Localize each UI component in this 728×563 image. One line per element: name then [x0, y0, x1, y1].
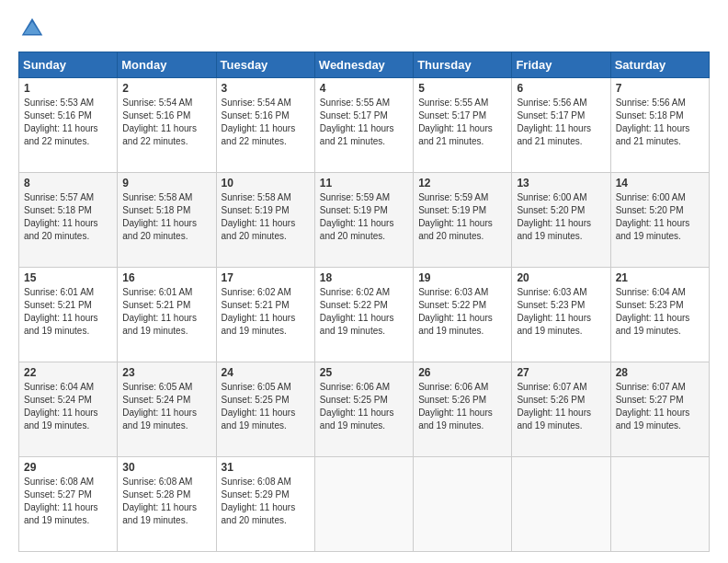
calendar-cell: 28Sunrise: 6:07 AMSunset: 5:27 PMDayligh… [610, 362, 709, 457]
weekday-header-sunday: Sunday [19, 52, 118, 78]
day-number: 1 [24, 82, 112, 95]
day-number: 2 [122, 82, 210, 95]
day-info: Sunrise: 5:58 AMSunset: 5:18 PMDaylight:… [122, 191, 210, 243]
calendar-cell: 31Sunrise: 6:08 AMSunset: 5:29 PMDayligh… [216, 457, 314, 552]
day-number: 30 [122, 461, 210, 474]
day-info: Sunrise: 5:56 AMSunset: 5:17 PMDaylight:… [517, 97, 605, 148]
day-info: Sunrise: 5:56 AMSunset: 5:18 PMDaylight:… [616, 97, 704, 148]
weekday-header-tuesday: Tuesday [216, 52, 314, 78]
day-number: 18 [320, 271, 408, 284]
calendar-week-2: 8Sunrise: 5:57 AMSunset: 5:18 PMDaylight… [19, 173, 710, 268]
day-number: 11 [320, 177, 408, 190]
calendar-cell: 23Sunrise: 6:05 AMSunset: 5:24 PMDayligh… [118, 362, 216, 457]
calendar-cell: 3Sunrise: 5:54 AMSunset: 5:16 PMDaylight… [216, 78, 314, 173]
calendar-cell: 14Sunrise: 6:00 AMSunset: 5:20 PMDayligh… [610, 173, 709, 268]
calendar-cell: 9Sunrise: 5:58 AMSunset: 5:18 PMDaylight… [118, 173, 216, 268]
day-number: 17 [222, 271, 310, 284]
calendar-cell: 16Sunrise: 6:01 AMSunset: 5:21 PMDayligh… [118, 268, 216, 362]
day-info: Sunrise: 6:01 AMSunset: 5:21 PMDaylight:… [24, 286, 112, 338]
day-info: Sunrise: 5:54 AMSunset: 5:16 PMDaylight:… [222, 97, 310, 148]
calendar-week-4: 22Sunrise: 6:04 AMSunset: 5:24 PMDayligh… [19, 362, 710, 457]
weekday-row: SundayMondayTuesdayWednesdayThursdayFrid… [19, 52, 710, 78]
calendar-cell: 22Sunrise: 6:04 AMSunset: 5:24 PMDayligh… [19, 362, 118, 457]
calendar-cell: 21Sunrise: 6:04 AMSunset: 5:23 PMDayligh… [610, 268, 709, 362]
calendar-cell: 1Sunrise: 5:53 AMSunset: 5:16 PMDaylight… [19, 78, 118, 173]
day-info: Sunrise: 6:03 AMSunset: 5:23 PMDaylight:… [517, 286, 605, 338]
day-info: Sunrise: 6:08 AMSunset: 5:27 PMDaylight:… [24, 476, 112, 527]
day-info: Sunrise: 6:01 AMSunset: 5:21 PMDaylight:… [122, 286, 210, 338]
day-info: Sunrise: 5:55 AMSunset: 5:17 PMDaylight:… [320, 97, 408, 148]
day-info: Sunrise: 6:07 AMSunset: 5:27 PMDaylight:… [616, 381, 704, 432]
day-number: 16 [122, 271, 210, 284]
calendar-cell: 6Sunrise: 5:56 AMSunset: 5:17 PMDaylight… [512, 78, 610, 173]
day-number: 22 [24, 366, 112, 379]
day-info: Sunrise: 6:07 AMSunset: 5:26 PMDaylight:… [517, 381, 605, 432]
day-info: Sunrise: 6:05 AMSunset: 5:24 PMDaylight:… [122, 381, 210, 432]
calendar-cell: 5Sunrise: 5:55 AMSunset: 5:17 PMDaylight… [414, 78, 512, 173]
logo [18, 15, 50, 42]
day-number: 23 [122, 366, 210, 379]
calendar-cell [512, 457, 610, 552]
day-number: 15 [24, 271, 112, 284]
day-number: 12 [418, 177, 506, 190]
calendar-cell: 12Sunrise: 5:59 AMSunset: 5:19 PMDayligh… [414, 173, 512, 268]
weekday-header-monday: Monday [118, 52, 216, 78]
day-info: Sunrise: 5:57 AMSunset: 5:18 PMDaylight:… [24, 191, 112, 243]
calendar-cell: 17Sunrise: 6:02 AMSunset: 5:21 PMDayligh… [216, 268, 314, 362]
day-number: 28 [616, 366, 704, 379]
calendar-cell: 13Sunrise: 6:00 AMSunset: 5:20 PMDayligh… [512, 173, 610, 268]
day-number: 27 [517, 366, 605, 379]
day-number: 20 [517, 271, 605, 284]
day-info: Sunrise: 5:59 AMSunset: 5:19 PMDaylight:… [418, 191, 506, 243]
weekday-header-thursday: Thursday [414, 52, 512, 78]
day-info: Sunrise: 6:04 AMSunset: 5:24 PMDaylight:… [24, 381, 112, 432]
day-number: 4 [320, 82, 408, 95]
calendar-cell: 25Sunrise: 6:06 AMSunset: 5:25 PMDayligh… [314, 362, 413, 457]
calendar-cell: 30Sunrise: 6:08 AMSunset: 5:28 PMDayligh… [118, 457, 216, 552]
logo-icon [18, 15, 46, 42]
day-info: Sunrise: 6:06 AMSunset: 5:25 PMDaylight:… [320, 381, 408, 432]
calendar-body: 1Sunrise: 5:53 AMSunset: 5:16 PMDaylight… [19, 78, 710, 552]
day-number: 26 [418, 366, 506, 379]
calendar-cell: 2Sunrise: 5:54 AMSunset: 5:16 PMDaylight… [118, 78, 216, 173]
calendar-cell: 8Sunrise: 5:57 AMSunset: 5:18 PMDaylight… [19, 173, 118, 268]
day-info: Sunrise: 6:05 AMSunset: 5:25 PMDaylight:… [222, 381, 310, 432]
day-number: 6 [517, 82, 605, 95]
day-number: 7 [616, 82, 704, 95]
calendar-table: SundayMondayTuesdayWednesdayThursdayFrid… [18, 52, 710, 552]
calendar-week-5: 29Sunrise: 6:08 AMSunset: 5:27 PMDayligh… [19, 457, 710, 552]
day-number: 29 [24, 461, 112, 474]
calendar-cell: 29Sunrise: 6:08 AMSunset: 5:27 PMDayligh… [19, 457, 118, 552]
page: SundayMondayTuesdayWednesdayThursdayFrid… [0, 0, 728, 563]
day-number: 21 [616, 271, 704, 284]
day-info: Sunrise: 5:54 AMSunset: 5:16 PMDaylight:… [122, 97, 210, 148]
day-number: 19 [418, 271, 506, 284]
day-info: Sunrise: 6:00 AMSunset: 5:20 PMDaylight:… [616, 191, 704, 243]
calendar-cell: 10Sunrise: 5:58 AMSunset: 5:19 PMDayligh… [216, 173, 314, 268]
calendar-cell: 19Sunrise: 6:03 AMSunset: 5:22 PMDayligh… [414, 268, 512, 362]
weekday-header-friday: Friday [512, 52, 610, 78]
calendar-cell: 11Sunrise: 5:59 AMSunset: 5:19 PMDayligh… [314, 173, 413, 268]
calendar-cell: 15Sunrise: 6:01 AMSunset: 5:21 PMDayligh… [19, 268, 118, 362]
day-number: 5 [418, 82, 506, 95]
header [18, 15, 710, 42]
day-number: 10 [222, 177, 310, 190]
day-info: Sunrise: 6:04 AMSunset: 5:23 PMDaylight:… [616, 286, 704, 338]
calendar-cell: 4Sunrise: 5:55 AMSunset: 5:17 PMDaylight… [314, 78, 413, 173]
day-number: 25 [320, 366, 408, 379]
calendar-cell [414, 457, 512, 552]
calendar-week-1: 1Sunrise: 5:53 AMSunset: 5:16 PMDaylight… [19, 78, 710, 173]
calendar-cell: 27Sunrise: 6:07 AMSunset: 5:26 PMDayligh… [512, 362, 610, 457]
calendar-cell [314, 457, 413, 552]
day-info: Sunrise: 6:06 AMSunset: 5:26 PMDaylight:… [418, 381, 506, 432]
day-number: 9 [122, 177, 210, 190]
day-info: Sunrise: 6:02 AMSunset: 5:21 PMDaylight:… [222, 286, 310, 338]
weekday-header-saturday: Saturday [610, 52, 709, 78]
day-info: Sunrise: 6:08 AMSunset: 5:28 PMDaylight:… [122, 476, 210, 527]
calendar-cell: 20Sunrise: 6:03 AMSunset: 5:23 PMDayligh… [512, 268, 610, 362]
day-number: 3 [222, 82, 310, 95]
weekday-header-wednesday: Wednesday [314, 52, 413, 78]
day-info: Sunrise: 6:02 AMSunset: 5:22 PMDaylight:… [320, 286, 408, 338]
day-info: Sunrise: 5:59 AMSunset: 5:19 PMDaylight:… [320, 191, 408, 243]
calendar-cell: 7Sunrise: 5:56 AMSunset: 5:18 PMDaylight… [610, 78, 709, 173]
